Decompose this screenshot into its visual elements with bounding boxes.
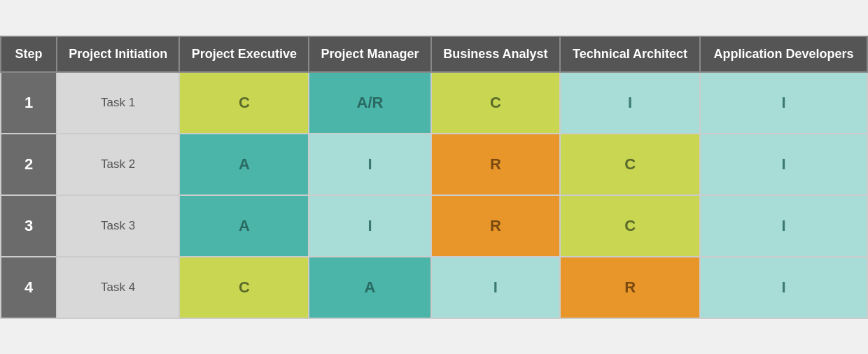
technical-architect-cell: C (560, 195, 700, 257)
technical-architect-cell: R (560, 257, 700, 318)
business-analyst-cell: R (431, 134, 560, 195)
project-executive-cell: A (179, 195, 309, 257)
step-cell: 2 (1, 134, 57, 195)
step-cell: 1 (1, 72, 57, 134)
table-row: 1Task 1CA/RCII (1, 72, 867, 134)
task-cell: Task 2 (57, 134, 179, 195)
table-row: 4Task 4CAIRI (1, 257, 867, 318)
application-developers-cell: I (700, 72, 867, 134)
project-executive-cell: C (179, 72, 309, 134)
technical-architect-cell: I (560, 72, 700, 134)
technical-architect-cell: C (560, 134, 700, 195)
project-manager-cell: A/R (309, 72, 430, 134)
raci-table: Step Project Initiation Project Executiv… (0, 36, 868, 319)
header-project-initiation: Project Initiation (57, 36, 179, 72)
application-developers-cell: I (700, 195, 867, 257)
raci-table-wrapper: Step Project Initiation Project Executiv… (0, 36, 868, 319)
project-executive-cell: A (179, 134, 309, 195)
business-analyst-cell: I (431, 257, 560, 318)
step-cell: 3 (1, 195, 57, 257)
application-developers-cell: I (700, 257, 867, 318)
project-executive-cell: C (179, 257, 309, 318)
task-cell: Task 4 (57, 257, 179, 318)
header-application-developers: Application Developers (700, 36, 867, 72)
header-row: Step Project Initiation Project Executiv… (1, 36, 867, 72)
header-project-executive: Project Executive (179, 36, 309, 72)
task-cell: Task 3 (57, 195, 179, 257)
business-analyst-cell: C (431, 72, 560, 134)
task-cell: Task 1 (57, 72, 179, 134)
application-developers-cell: I (700, 134, 867, 195)
project-manager-cell: A (309, 257, 430, 318)
step-cell: 4 (1, 257, 57, 318)
table-row: 2Task 2AIRCI (1, 134, 867, 195)
table-row: 3Task 3AIRCI (1, 195, 867, 257)
header-project-manager: Project Manager (309, 36, 430, 72)
project-manager-cell: I (309, 134, 430, 195)
header-business-analyst: Business Analyst (431, 36, 560, 72)
business-analyst-cell: R (431, 195, 560, 257)
project-manager-cell: I (309, 195, 430, 257)
header-step: Step (1, 36, 57, 72)
header-technical-architect: Technical Architect (560, 36, 700, 72)
